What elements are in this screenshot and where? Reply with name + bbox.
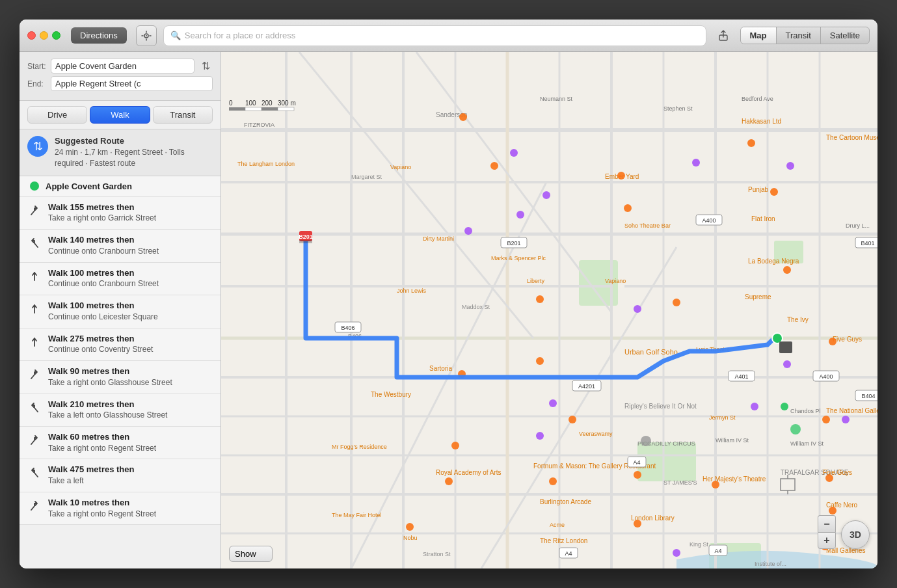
direction-item-4[interactable]: Walk 275 metres thenContinue onto Covent… <box>20 328 221 361</box>
zoom-out-button[interactable]: − <box>818 515 836 532</box>
svg-point-1 <box>146 35 147 36</box>
svg-text:John Lewis: John Lewis <box>397 287 427 294</box>
start-place-label: Apple Covent Garden <box>46 181 132 191</box>
map-type-group: Map Transit Satellite <box>740 27 870 44</box>
direction-item-3[interactable]: Walk 100 metres thenContinue onto Leices… <box>20 295 221 328</box>
minimize-button[interactable] <box>40 31 48 40</box>
map-area[interactable]: FITZROVIA Sanderson Neumann St Stephen S… <box>221 52 877 568</box>
direction-item-8[interactable]: Walk 475 metres thenTake a left <box>20 459 221 492</box>
show-dropdown-container: Show <box>229 546 273 562</box>
end-row: End: <box>27 76 213 91</box>
route-inputs: Start: ⇅ End: <box>20 52 221 101</box>
svg-text:Ripley's Believe It Or Not: Ripley's Believe It Or Not <box>624 403 697 410</box>
transport-tabs: Drive Walk Transit <box>20 101 221 129</box>
svg-point-169 <box>692 159 700 167</box>
location-button[interactable] <box>136 25 157 46</box>
svg-text:300 m: 300 m <box>278 100 296 107</box>
svg-text:Jermyn St: Jermyn St <box>709 414 736 421</box>
direction-item-2[interactable]: Walk 100 metres thenContinue onto Cranbo… <box>20 263 221 295</box>
svg-text:Hakkasan Ltd: Hakkasan Ltd <box>742 118 781 125</box>
map-type-transit[interactable]: Transit <box>777 27 821 44</box>
svg-text:Stephen St: Stephen St <box>663 105 693 112</box>
svg-text:Stratton St: Stratton St <box>423 551 451 557</box>
start-input[interactable] <box>51 59 194 74</box>
svg-point-176 <box>842 416 850 423</box>
3d-button[interactable]: 3D <box>841 520 870 549</box>
svg-point-174 <box>536 432 544 440</box>
tab-transit[interactable]: Transit <box>153 106 213 124</box>
end-input[interactable] <box>51 76 213 91</box>
main-window: Directions 🔍 Search for a place or addre… <box>20 20 877 568</box>
svg-point-134 <box>459 113 467 121</box>
svg-text:William IV St: William IV St <box>790 440 824 447</box>
direction-item-5[interactable]: Walk 90 metres thenTake a right onto Gla… <box>20 361 221 394</box>
svg-text:Margaret St: Margaret St <box>351 174 382 180</box>
svg-text:Royal Academy of Arts: Royal Academy of Arts <box>436 469 502 476</box>
direction-icon-5 <box>27 368 42 382</box>
svg-point-140 <box>770 188 778 196</box>
direction-item-7[interactable]: Walk 60 metres thenTake a right onto Reg… <box>20 427 221 459</box>
direction-icon-6 <box>27 401 42 415</box>
svg-point-135 <box>490 162 498 170</box>
show-select[interactable]: Show <box>229 546 273 562</box>
search-bar[interactable]: 🔍 Search for a place or address <box>163 25 706 46</box>
svg-point-139 <box>747 139 755 147</box>
direction-icon-4 <box>27 335 42 349</box>
svg-point-168 <box>542 191 550 199</box>
start-pin-icon <box>30 181 39 191</box>
map-type-satellite[interactable]: Satellite <box>821 27 869 44</box>
svg-text:Nobu: Nobu <box>403 535 418 541</box>
svg-point-136 <box>536 295 544 303</box>
svg-text:Liberty: Liberty <box>527 278 545 284</box>
direction-sub-3: Continue onto Leicester Square <box>48 312 213 323</box>
svg-point-171 <box>783 360 791 368</box>
svg-text:B406: B406 <box>341 325 355 331</box>
svg-text:Sartoria: Sartoria <box>429 365 452 372</box>
tab-drive[interactable]: Drive <box>27 106 87 124</box>
svg-point-153 <box>829 338 837 345</box>
direction-icon-3 <box>27 302 42 316</box>
svg-point-173 <box>549 399 557 407</box>
zoom-in-button[interactable]: + <box>818 532 836 549</box>
svg-point-167 <box>516 211 524 219</box>
svg-text:The Langham London: The Langham London <box>237 161 295 167</box>
svg-point-183 <box>641 436 651 446</box>
route-desc: 24 min · 1,7 km · Regent Street · Tolls … <box>55 147 213 169</box>
start-label: Start: <box>27 62 47 71</box>
swap-button[interactable]: ⇅ <box>198 59 213 74</box>
tab-walk[interactable]: Walk <box>90 106 150 124</box>
direction-item-1[interactable]: Walk 140 metres thenContinue onto Cranbo… <box>20 230 221 262</box>
direction-icon-7 <box>27 433 42 448</box>
close-button[interactable] <box>27 31 36 40</box>
svg-point-147 <box>445 477 453 485</box>
share-button[interactable] <box>713 25 734 46</box>
direction-sub-9: Take a right onto Regent Street <box>48 509 213 520</box>
direction-icon-8 <box>27 466 42 480</box>
svg-text:B201: B201 <box>507 240 520 247</box>
fullscreen-button[interactable] <box>52 31 60 40</box>
map-type-map[interactable]: Map <box>741 27 777 44</box>
svg-rect-191 <box>779 341 792 353</box>
svg-rect-195 <box>278 107 294 111</box>
svg-text:Vapiano: Vapiano <box>390 164 411 170</box>
svg-rect-192 <box>229 107 245 111</box>
svg-text:Institute of...: Institute of... <box>755 561 786 567</box>
directions-button[interactable]: Directions <box>71 27 127 44</box>
svg-text:William IV St: William IV St <box>716 437 749 444</box>
direction-item-0[interactable]: Walk 155 metres thenTake a right onto Ga… <box>20 197 221 230</box>
direction-sub-5: Take a right onto Glasshouse Street <box>48 378 213 388</box>
svg-text:A4: A4 <box>633 459 640 466</box>
svg-point-148 <box>406 523 414 531</box>
svg-point-165 <box>510 149 518 157</box>
svg-text:A400: A400 <box>819 373 833 380</box>
svg-text:Five Guys: Five Guys <box>833 336 862 343</box>
direction-item-6[interactable]: Walk 210 metres thenTake a left onto Gla… <box>20 394 221 427</box>
direction-item-9[interactable]: Walk 10 metres thenTake a right onto Reg… <box>20 492 221 525</box>
direction-icon-9 <box>27 499 42 513</box>
start-row: Start: ⇅ <box>27 59 213 74</box>
svg-text:A4: A4 <box>714 548 721 554</box>
svg-point-143 <box>536 357 544 365</box>
svg-text:Neumann St: Neumann St <box>540 96 573 102</box>
svg-text:0: 0 <box>229 100 233 107</box>
direction-main-3: Walk 100 metres then <box>48 301 213 312</box>
